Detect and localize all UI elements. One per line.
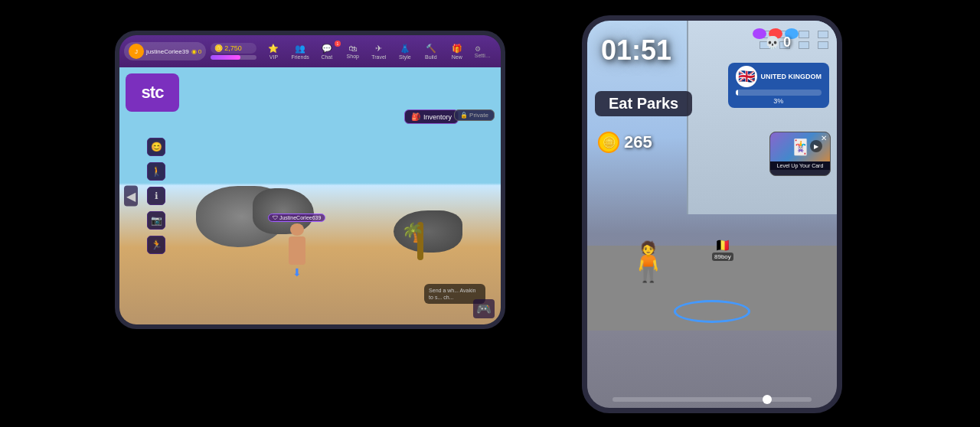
window-7 [799,41,809,49]
nav-friends-label: Friends [291,54,309,60]
character-name: JustineCorlee639 [279,215,321,220]
phone-coin-icon: 🪙 [598,132,619,153]
build-icon: 🔨 [426,44,436,54]
private-button[interactable]: 🔒 Private [454,109,495,121]
palm-tree: 🌴 [409,222,432,268]
new-icon: 🎁 [452,44,462,54]
game-score: 💀 0 [765,34,791,51]
username-label: justineCorlee39 [146,48,189,55]
shield-icon: 🛡 [273,215,278,220]
avatar: J [129,44,144,59]
phone-coins: 🪙 265 [598,132,652,153]
player-belgium: 🇧🇪 89boy [712,238,733,261]
nav-style[interactable]: 👗 Style [393,42,417,61]
player-character: 🛡 JustineCorlee639 ⬇ [279,214,314,279]
window-8 [818,41,828,49]
nav-shop-label: Shop [347,54,359,59]
nav-chat[interactable]: 💬 1 Chat [315,42,339,61]
levelup-play-button[interactable]: ▶ [810,140,822,152]
character-name-tag: 🛡 JustineCorlee639 [268,214,325,222]
travel-icon: ✈ [375,44,382,54]
nav-build-label: Build [425,54,437,60]
game-slider[interactable] [612,397,812,402]
country-badge: 🇬🇧 UNITED KINGDOM 3% [728,63,830,108]
country-flag: 🇬🇧 [736,66,757,87]
coin-amount: 2,750 [224,44,242,52]
levelup-card: 🃏 Level Up Your Card ✕ ▶ [769,132,831,176]
nav-items: ⭐ VIP 👥 Friends 💬 1 Chat 🛍 Shop ✈ Travel [260,42,496,61]
window-3 [799,31,809,38]
nav-friends[interactable]: 👥 Friends [287,42,312,61]
country-name: UNITED KINGDOM [761,73,822,80]
chat-badge: 1 [335,41,341,47]
walk-button[interactable]: 🚶 [147,162,165,181]
stc-logo: stc [126,73,179,112]
phone-device: 01:51 💀 0 🇬🇧 UNITED KINGDOM 3% Eat Parks… [582,15,842,413]
score-number: 0 [783,34,791,51]
country-percent-bar [736,90,822,96]
phone-coin-count: 265 [624,132,652,152]
window-4 [818,31,828,38]
tablet-topbar: J justineCorlee39 ◉ 0 🪙 2,750 ⭐ VIP 👥 Fr… [119,35,501,67]
lock-icon: 🔒 [460,112,468,119]
nav-shop[interactable]: 🛍 Shop [341,42,365,60]
inventory-icon: 🎒 [411,112,420,121]
bottom-right-icon-button[interactable]: 🎮 [473,299,495,318]
country-percent-fill [736,90,738,96]
skull-icon: 💀 [765,35,780,50]
character-body [289,236,305,265]
nav-new[interactable]: 🎁 New [445,42,469,61]
player-name-label: 89boy [712,253,733,261]
private-label: Private [469,112,488,119]
settings-icon: ⚙ [475,45,481,53]
style-icon: 👗 [400,44,410,54]
camera-button[interactable]: 📷 [147,211,165,230]
tablet-content: 🌴 🛡 JustineCorlee639 ⬇ stc 🎒 Inven [119,67,501,324]
left-sidebar-icons: 😊 🚶 ℹ 📷 🏃 [147,138,165,254]
game-timer: 01:51 [601,34,671,67]
beach-scene: 🌴 🛡 JustineCorlee639 ⬇ stc 🎒 Inven [119,67,501,324]
xp-progress-fill [211,55,240,60]
inventory-tooltip[interactable]: 🎒 Inventory [404,109,459,124]
nav-style-label: Style [399,54,411,60]
settings-label: Setti… [475,53,491,58]
friends-icon: 👥 [295,44,305,54]
nav-travel[interactable]: ✈ Travel [367,42,391,61]
building-background [687,21,837,214]
phone-game-scene: 01:51 💀 0 🇬🇧 UNITED KINGDOM 3% Eat Parks… [587,21,837,408]
levelup-text: Level Up Your Card [770,161,830,170]
run-button[interactable]: 🏃 [147,236,165,254]
arrow-left-button[interactable]: ◀ [124,186,138,207]
nav-vip-label: VIP [270,54,278,60]
character-shadow-circle [674,300,750,323]
palm-leaves: 🌴 [401,222,424,243]
tablet-device: J justineCorlee39 ◉ 0 🪙 2,750 ⭐ VIP 👥 Fr… [115,31,505,329]
score-label: ◉ 0 [191,48,202,55]
nav-chat-label: Chat [321,54,332,60]
belgium-flag-icon: 🇧🇪 [715,238,730,253]
shop-icon: 🛍 [348,44,357,53]
eat-parks-label: Eat Parks [595,91,692,116]
coin-icon: 🪙 [214,44,223,52]
chat-icon: 💬 [322,44,332,54]
emoji-button[interactable]: 😊 [147,138,165,156]
send-message-text: Send a wh... Avakin to s... ch... [429,288,475,300]
coins-display: 🪙 2,750 [211,43,256,54]
info-button[interactable]: ℹ [147,187,165,205]
inventory-label: Inventory [423,113,452,121]
nav-new-label: New [452,54,462,60]
green-character: 🧍 [625,240,672,284]
levelup-close-button[interactable]: ✕ [821,134,827,142]
country-name-row: 🇬🇧 UNITED KINGDOM [736,66,822,87]
nav-travel-label: Travel [371,54,386,60]
country-percent-label: 3% [773,97,783,105]
vip-icon: ⭐ [268,44,279,54]
character-arrow: ⬇ [292,266,302,279]
user-avatar-chip[interactable]: J justineCorlee39 ◉ 0 [124,42,206,60]
xp-progress-bar [211,55,256,60]
nav-settings[interactable]: ⚙ Setti… [471,44,495,60]
nav-vip[interactable]: ⭐ VIP [261,42,286,61]
slider-thumb[interactable] [763,395,772,404]
nav-build[interactable]: 🔨 Build [419,42,443,61]
character-head [290,223,304,236]
